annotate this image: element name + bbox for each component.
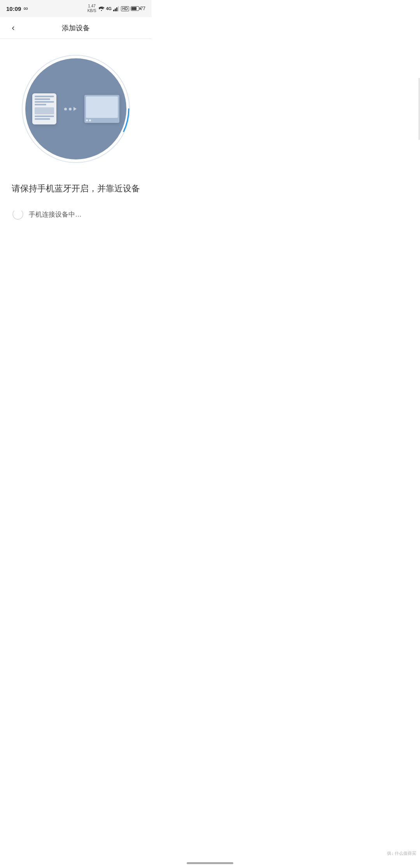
doc-line-1 bbox=[35, 96, 54, 97]
status-network: 1.47KB/S bbox=[88, 4, 96, 13]
battery-level: 77 bbox=[140, 6, 145, 11]
main-content: 请保持手机蓝牙开启，并靠近设备 手机连接设备中… bbox=[0, 39, 152, 229]
description-text: 请保持手机蓝牙开启，并靠近设备 bbox=[12, 182, 140, 195]
svg-rect-2 bbox=[116, 7, 117, 11]
device-monitor-icon bbox=[84, 95, 119, 123]
doc-line-5 bbox=[35, 116, 54, 117]
doc-line-4 bbox=[35, 104, 46, 105]
signal-4g-icon: 4G bbox=[106, 6, 112, 11]
page-title: 添加设备 bbox=[62, 23, 90, 33]
svg-rect-0 bbox=[113, 10, 114, 11]
connecting-status-text: 手机连接设备中… bbox=[29, 210, 82, 219]
battery-icon bbox=[131, 6, 139, 11]
status-icons: 4G HD 77 bbox=[98, 6, 146, 11]
connection-dots bbox=[64, 107, 77, 111]
svg-rect-3 bbox=[118, 6, 119, 11]
svg-rect-1 bbox=[115, 9, 116, 11]
circle-illustration bbox=[25, 58, 126, 159]
status-left: 10:09 ∞ bbox=[6, 5, 28, 12]
battery: 77 bbox=[131, 6, 145, 11]
back-arrow-icon: ‹ bbox=[12, 24, 14, 32]
device-phone-icon bbox=[32, 93, 56, 124]
signal-bars-icon bbox=[113, 6, 119, 11]
back-button[interactable]: ‹ bbox=[6, 21, 20, 35]
battery-fill bbox=[131, 7, 137, 10]
connecting-spinner bbox=[12, 209, 23, 220]
dot-arrow bbox=[74, 107, 77, 111]
dot-2 bbox=[69, 108, 72, 110]
hd-badge: HD bbox=[121, 6, 129, 11]
illustration-wrapper bbox=[21, 54, 130, 163]
status-right: 1.47KB/S 4G HD 77 bbox=[88, 4, 145, 13]
nav-bar: ‹ 添加设备 bbox=[0, 17, 152, 39]
monitor-dot-1 bbox=[86, 119, 88, 121]
status-infinity: ∞ bbox=[23, 5, 28, 12]
doc-block bbox=[35, 107, 54, 114]
dot-1 bbox=[64, 108, 67, 110]
status-row: 手机连接设备中… bbox=[9, 209, 142, 220]
monitor-dot-2 bbox=[89, 119, 91, 121]
monitor-screen bbox=[86, 96, 118, 118]
doc-line-3 bbox=[35, 101, 54, 103]
monitor-bottom bbox=[86, 119, 118, 121]
network-speed: 1.47KB/S bbox=[88, 4, 96, 13]
status-bar: 10:09 ∞ 1.47KB/S 4G HD bbox=[0, 0, 152, 17]
status-time: 10:09 bbox=[6, 5, 21, 12]
doc-line-2 bbox=[35, 98, 50, 100]
devices-container bbox=[32, 93, 119, 124]
wifi-icon bbox=[98, 6, 105, 11]
doc-line-6 bbox=[35, 118, 50, 120]
